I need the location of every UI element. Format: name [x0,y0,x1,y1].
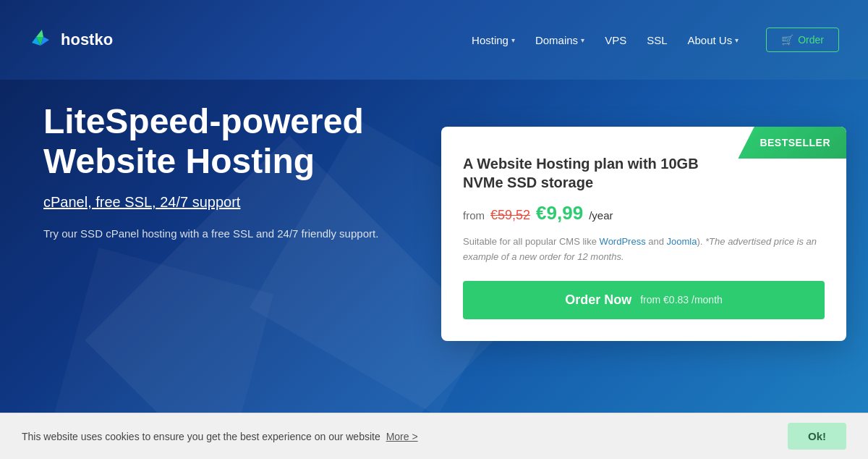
domains-chevron-icon: ▾ [581,36,584,44]
hero-description: Try our SSD cPanel hosting with a free S… [43,225,420,243]
price-period: /year [589,209,613,222]
nav-vps[interactable]: VPS [605,34,626,46]
cookie-text: This website uses cookies to ensure you … [22,431,773,442]
logo-icon [29,27,55,53]
price-old: €59,52 [490,208,530,223]
nav-ssl[interactable]: SSL [647,34,667,46]
order-now-sub-label: from €0.83 /month [640,294,723,306]
bestseller-badge: BESTSELLER [738,127,846,159]
nav-domains[interactable]: Domains ▾ [535,34,584,46]
hero-title: LiteSpeed-powered Website Hosting [43,101,420,181]
cookie-bar: This website uses cookies to ensure you … [0,413,868,459]
cookie-more-link[interactable]: More > [386,431,418,442]
nav-links: Hosting ▾ Domains ▾ VPS SSL About Us ▾ 🛒… [472,28,839,52]
hero-subtitle[interactable]: cPanel, free SSL, 24/7 support [43,194,420,211]
price-row: from €59,52 €9,99 /year [463,202,825,224]
hero-content: LiteSpeed-powered Website Hosting cPanel… [43,101,420,243]
brand-name: hostko [61,30,113,49]
cart-icon: 🛒 [781,34,793,46]
navbar: hostko Hosting ▾ Domains ▾ VPS SSL About… [0,0,868,80]
nav-order-button[interactable]: 🛒 Order [766,28,839,52]
svg-marker-1 [36,30,43,37]
wordpress-link[interactable]: WordPress [600,236,646,247]
card-title: A Website Hosting plan with 10GB NVMe SS… [463,154,825,192]
pricing-card: BESTSELLER A Website Hosting plan with 1… [441,127,846,341]
about-chevron-icon: ▾ [735,36,739,44]
nav-hosting[interactable]: Hosting ▾ [472,34,515,46]
joomla-link[interactable]: Joomla [667,236,697,247]
order-now-button[interactable]: Order Now from €0.83 /month [463,281,825,319]
order-now-main-label: Order Now [565,292,631,308]
logo[interactable]: hostko [29,27,113,53]
cookie-ok-button[interactable]: Ok! [788,423,846,450]
nav-about[interactable]: About Us ▾ [688,34,739,46]
hosting-chevron-icon: ▾ [511,36,515,44]
price-new: €9,99 [536,202,583,224]
price-from-label: from [463,209,485,222]
card-description: Suitable for all popular CMS like WordPr… [463,235,825,265]
